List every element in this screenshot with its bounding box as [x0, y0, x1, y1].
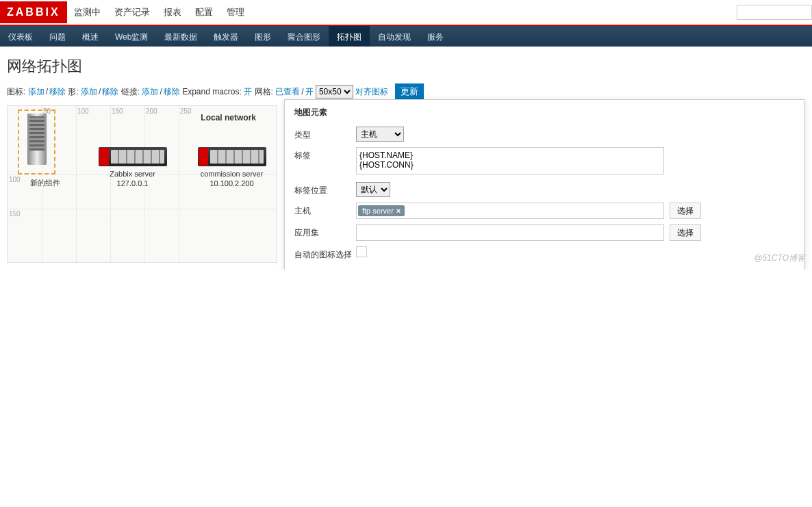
icon-remove-link[interactable]: 移除	[49, 87, 66, 96]
top-menu-item[interactable]: 报表	[157, 0, 188, 26]
tag-label: 标签	[294, 147, 356, 161]
grid-shown-toggle[interactable]: 已查看	[275, 87, 300, 96]
tower-icon	[27, 114, 47, 165]
sub-menu-item[interactable]: 触发器	[205, 26, 246, 47]
type-label: 类型	[294, 127, 356, 141]
search-area	[737, 5, 812, 20]
host-input[interactable]: ftp server ×	[356, 203, 664, 219]
app-label: 应用集	[294, 224, 356, 239]
watermark: @51CTO博客	[754, 252, 805, 264]
sub-menu-item[interactable]: 聚合图形	[279, 26, 329, 47]
update-button[interactable]: 更新	[395, 83, 424, 100]
grid-size-select[interactable]: 50x50	[316, 85, 353, 99]
grid-col-label: 250	[180, 107, 192, 115]
map-title: Local network	[201, 113, 256, 122]
app-select-button[interactable]: 选择	[670, 224, 701, 241]
map-node[interactable]: commission server10.100.2.200	[196, 147, 268, 189]
grid-col-label: 200	[146, 107, 157, 115]
logo: ZABBIX	[0, 1, 67, 23]
grid-row-label: 150	[9, 210, 21, 218]
icon-add-link[interactable]: 添加	[28, 87, 45, 96]
align-icons-link[interactable]: 对齐图标	[355, 87, 388, 96]
expand-toggle[interactable]: 开	[244, 87, 252, 96]
sub-menu-item[interactable]: 仪表板	[0, 26, 41, 47]
auto-icon-checkbox[interactable]	[356, 246, 367, 257]
sub-menu-item[interactable]: 问题	[41, 26, 74, 47]
sub-menu-item[interactable]: 自动发现	[370, 26, 419, 47]
tag-pos-select[interactable]: 默认	[356, 182, 390, 197]
grid-label: 网格:	[255, 87, 273, 96]
app-input[interactable]	[356, 224, 664, 241]
element-panel: 地图元素 类型 主机 标签 {HOST.NAME} {HOST.CONN} 标签…	[284, 99, 804, 270]
host-select-button[interactable]: 选择	[670, 203, 701, 219]
top-menu: 监测中资产记录报表配置管理	[67, 0, 251, 26]
toolbar-link-label: 链接:	[121, 87, 140, 96]
auto-icon-label: 自动的图标选择	[294, 246, 356, 261]
grid-col-label: 150	[112, 107, 123, 115]
top-menu-item[interactable]: 监测中	[67, 0, 107, 26]
link-add-link[interactable]: 添加	[142, 87, 158, 96]
page-title: 网络拓扑图	[0, 47, 812, 79]
map-node-label: Zabbix server127.0.0.1	[97, 169, 168, 189]
type-select[interactable]: 主机	[356, 127, 404, 142]
map-node-label: commission server10.100.2.200	[196, 169, 268, 189]
host-label: 主机	[294, 203, 356, 217]
map-node-new[interactable]	[18, 109, 55, 174]
top-menu-item[interactable]: 配置	[188, 0, 220, 26]
sub-menu-item[interactable]: Web监测	[107, 26, 156, 47]
sub-menu-item[interactable]: 图形	[246, 26, 279, 47]
top-menu-item[interactable]: 管理	[220, 0, 251, 26]
panel-title: 地图元素	[285, 100, 804, 124]
toolbar-icon-label: 图标:	[7, 87, 25, 96]
tag-textarea[interactable]: {HOST.NAME} {HOST.CONN}	[356, 147, 664, 174]
sub-menu-item[interactable]: 概述	[74, 26, 107, 47]
toolbar-shape-label: 形:	[68, 87, 78, 96]
server-rack-icon	[99, 147, 167, 166]
map-canvas[interactable]: Local network 50100150200250 100150 新的组件…	[7, 105, 277, 263]
host-tag-text: ftp server	[362, 207, 394, 215]
server-rack-icon	[198, 147, 266, 166]
map-node[interactable]: Zabbix server127.0.0.1	[97, 147, 168, 189]
grid-on-toggle[interactable]: 开	[305, 87, 314, 96]
sub-menu-item[interactable]: 服务	[419, 26, 452, 47]
top-nav: ZABBIX 监测中资产记录报表配置管理	[0, 0, 812, 26]
search-input[interactable]	[737, 5, 812, 20]
host-tag[interactable]: ftp server ×	[358, 205, 405, 216]
top-menu-item[interactable]: 资产记录	[107, 0, 157, 26]
sub-nav: 仪表板问题概述Web监测最新数据触发器图形聚合图形拓扑图自动发现服务	[0, 26, 812, 47]
expand-label: Expand macros:	[182, 87, 242, 96]
shape-remove-link[interactable]: 移除	[102, 87, 118, 96]
sub-menu-item[interactable]: 最新数据	[156, 26, 205, 47]
tag-pos-label: 标签位置	[294, 182, 356, 196]
sub-menu-item[interactable]: 拓扑图	[329, 26, 370, 47]
link-remove-link[interactable]: 移除	[164, 87, 180, 96]
shape-add-link[interactable]: 添加	[81, 87, 97, 96]
host-tag-remove-icon[interactable]: ×	[396, 207, 401, 215]
new-node-label: 新的组件	[18, 178, 73, 188]
grid-col-label: 100	[77, 107, 89, 115]
